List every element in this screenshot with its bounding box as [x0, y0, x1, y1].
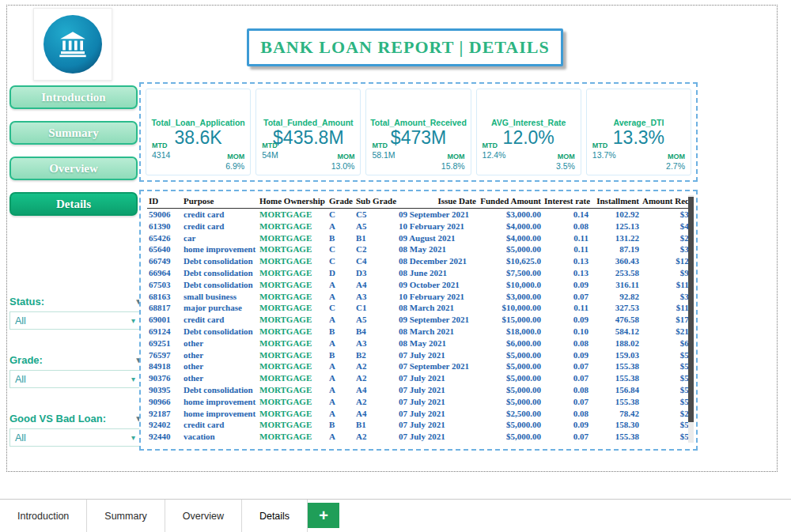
page-tab[interactable]: Overview [165, 500, 242, 532]
cell-amount-received: $3,154 [641, 243, 688, 255]
cell-grade: A [327, 314, 354, 326]
column-header[interactable]: Home Ownership [258, 196, 327, 209]
column-header[interactable]: Issue Date [397, 196, 478, 209]
column-header[interactable]: Interest rate [543, 196, 590, 209]
cell-issue-date: 08 May 2021 [397, 338, 478, 349]
page-tab[interactable]: Introduction [0, 500, 87, 532]
filter-label: Good VS Bad Loan: [9, 413, 106, 424]
nav-button[interactable]: Introduction [9, 85, 138, 109]
page-tab[interactable]: Summary [87, 500, 165, 532]
table-row: 69124 Debt consolidation MORTGAGE B B4 0… [147, 326, 688, 338]
cell-sub-grade: C1 [354, 302, 397, 314]
filter-value: All [15, 432, 26, 443]
cell-home-ownership: MORTGAGE [258, 209, 327, 221]
cell-id: 92402 [147, 419, 182, 431]
cell-funded-amount: $5,000.00 [478, 419, 543, 431]
kpi-mom-value: 13.0% [331, 161, 355, 171]
nav-button[interactable]: Summary [9, 121, 138, 145]
cell-purpose: other [182, 372, 258, 384]
cell-interest-rate: 0.07 [543, 431, 590, 443]
kpi-title: Total_Amount_Received [366, 118, 470, 127]
cell-interest-rate: 0.09 [543, 314, 590, 326]
filter: Status: ▾ All ▾ [9, 296, 141, 330]
cell-grade: A [327, 431, 354, 443]
cell-installment: 155.38 [590, 431, 641, 443]
cell-amount-received: $5,594 [641, 431, 688, 443]
cell-sub-grade: A4 [354, 279, 397, 291]
cell-sub-grade: D3 [354, 267, 397, 279]
cell-funded-amount: $3,000.00 [478, 209, 543, 221]
cell-funded-amount: $10,000.00 [478, 302, 543, 314]
kpi-mtd: MTD 54M [262, 141, 278, 160]
new-page-button[interactable]: + [308, 503, 339, 528]
cell-installment: 253.58 [590, 267, 641, 279]
kpi-mom-label: MOM [556, 153, 575, 160]
cell-id: 69251 [147, 338, 182, 349]
cell-interest-rate: 0.11 [543, 302, 590, 314]
cell-purpose: home improvement [182, 408, 258, 420]
cell-purpose: vacation [182, 431, 258, 443]
cell-funded-amount: $2,500.00 [478, 408, 543, 420]
cell-issue-date: 07 July 2021 [397, 372, 478, 384]
filter-dropdown[interactable]: All ▾ [9, 311, 141, 330]
cell-issue-date: 09 September 2021 [397, 314, 478, 326]
table-header-row: ID Purpose Home Ownership Grade Sub Grad… [147, 196, 688, 209]
cell-id: 66749 [147, 255, 182, 267]
cell-sub-grade: A4 [354, 408, 397, 420]
cell-funded-amount: $4,000.00 [478, 232, 543, 244]
cell-installment: 131.22 [590, 232, 641, 244]
page-tab[interactable]: Details [242, 500, 308, 532]
cell-home-ownership: MORTGAGE [258, 302, 327, 314]
cell-installment: 155.38 [590, 396, 641, 408]
cell-amount-received: $5,174 [641, 396, 688, 408]
cell-issue-date: 07 July 2021 [397, 384, 478, 396]
kpi-card: Average_DTI 13.3% MTD 13.7% MOM 2.7% [586, 89, 691, 175]
kpi-mtd-label: MTD [372, 141, 395, 149]
cell-funded-amount: $15,000.00 [478, 314, 543, 326]
column-header[interactable]: Funded Amount [478, 196, 543, 209]
column-header[interactable]: Installment [590, 196, 641, 209]
cell-interest-rate: 0.07 [543, 372, 590, 384]
cell-funded-amount: $10,000.0 [478, 279, 543, 291]
column-header[interactable]: Amount Received [641, 196, 688, 209]
column-header[interactable]: Sub Grade [354, 196, 397, 209]
table-row: 65426 car MORTGAGE B B1 09 August 2021 $… [147, 232, 688, 244]
kpi-mtd-value: 54M [262, 150, 278, 160]
cell-sub-grade: C4 [354, 255, 397, 267]
cell-purpose: car [182, 232, 258, 244]
cell-interest-rate: 0.09 [543, 349, 590, 361]
cell-issue-date: 08 March 2021 [397, 326, 478, 338]
scrollbar-thumb[interactable] [688, 197, 694, 422]
cell-amount-received: $5,200 [641, 360, 688, 372]
cell-installment: 188.02 [590, 338, 641, 349]
filter-dropdown[interactable]: All ▾ [9, 428, 141, 447]
report-title: BANK LOAN REPORT | DETAILS [247, 28, 563, 66]
nav-button[interactable]: Overview [9, 157, 138, 180]
cell-home-ownership: MORTGAGE [258, 326, 327, 338]
cell-id: 69124 [147, 326, 182, 338]
cell-grade: D [327, 267, 354, 279]
cell-interest-rate: 0.08 [543, 408, 590, 420]
cell-installment: 102.92 [590, 209, 641, 221]
column-header[interactable]: ID [147, 196, 182, 209]
column-header[interactable]: Grade [327, 196, 354, 209]
cell-amount-received: $4,452 [641, 221, 688, 232]
cell-funded-amount: $6,000.00 [478, 338, 543, 349]
cell-interest-rate: 0.08 [543, 384, 590, 396]
cell-issue-date: 09 August 2021 [397, 232, 478, 244]
table-row: 76597 other MORTGAGE B B2 07 July 2021 $… [147, 349, 688, 361]
cell-funded-amount: $5,000.00 [478, 384, 543, 396]
filter-dropdown[interactable]: All ▾ [9, 370, 141, 388]
table-scrollbar[interactable] [688, 195, 694, 443]
cell-purpose: credit card [182, 419, 258, 431]
column-header[interactable]: Purpose [182, 196, 258, 209]
nav-button[interactable]: Details [9, 192, 138, 216]
cell-home-ownership: MORTGAGE [258, 279, 327, 291]
cell-grade: A [327, 221, 354, 232]
cell-sub-grade: C2 [354, 243, 397, 255]
kpi-title: Average_DTI [587, 118, 691, 127]
table-row: 61390 credit card MORTGAGE A A5 10 Febru… [147, 221, 688, 232]
cell-purpose: major purchase [182, 302, 258, 314]
cell-id: 65640 [147, 243, 182, 255]
cell-home-ownership: MORTGAGE [258, 232, 327, 244]
